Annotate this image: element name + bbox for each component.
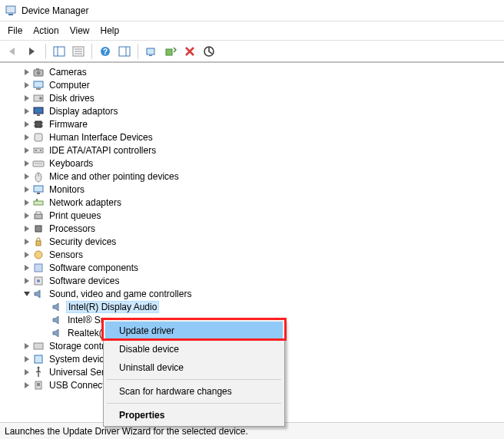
context-menu-item[interactable]: Scan for hardware changes [105,382,283,401]
tree-item-label: Software devices [48,276,121,286]
svg-rect-23 [34,107,43,114]
expand-icon[interactable] [22,67,32,78]
collapse-icon[interactable] [22,289,32,299]
mouse-icon [32,170,45,183]
expand-icon[interactable] [22,223,32,234]
expand-icon[interactable] [22,367,32,378]
svg-rect-50 [34,343,43,349]
tree-item-cat-3[interactable]: Display adaptors [3,104,504,117]
uninstall-button[interactable] [181,43,198,60]
storage-icon [32,340,45,352]
tree-item-cat-14[interactable]: Sensors [3,248,504,261]
tree-item-cat-12[interactable]: Processors [3,222,504,235]
context-menu-item[interactable]: Update driver [105,322,283,340]
svg-point-46 [35,251,42,259]
expand-icon[interactable] [22,184,32,195]
ide-icon [32,144,45,157]
menu-action[interactable]: Action [33,25,58,36]
context-menu-item[interactable]: Disable device [105,340,283,358]
tree-item-cat-9[interactable]: Monitors [3,183,504,196]
expand-icon[interactable] [22,145,32,156]
menu-help[interactable]: Help [101,25,120,36]
context-menu-item[interactable]: Uninstall device [105,358,283,377]
tree-item-cat-16[interactable]: Software devices [3,274,504,287]
tree-item-cat-5[interactable]: Human Interface Devices [3,130,504,144]
expand-icon[interactable] [22,276,32,286]
expand-icon[interactable] [22,210,32,221]
tree-item-label: USB Connecto [48,380,111,391]
tree-item-cat-2[interactable]: Disk drives [3,91,504,104]
tree-item-cat-10[interactable]: Network adapters [3,196,504,209]
expander-spacer [40,315,51,325]
tree-item-label: Sensors [48,249,85,260]
svg-rect-20 [36,88,41,90]
softdev-icon [32,275,45,287]
tree-item-cat-0[interactable]: Cameras [3,65,504,78]
expand-icon[interactable] [22,354,32,365]
svg-rect-14 [166,49,172,55]
app-icon [5,5,17,17]
svg-rect-38 [34,186,43,192]
context-menu-separator [107,379,281,380]
scan-hardware-button[interactable] [143,43,160,60]
expand-icon[interactable] [22,262,32,273]
forward-button[interactable] [24,43,41,60]
titlebar: Device Manager [0,0,504,21]
chip-icon [32,118,45,130]
tree-item-sound-child-0[interactable]: Intel(R) Display Audio [3,300,504,313]
tree-item-sound-category[interactable]: Sound, video and game controllers [3,287,504,300]
tree-item-cat-11[interactable]: Print queues [3,209,504,222]
expand-icon[interactable] [22,93,32,104]
tree-item-label: Print queues [48,210,102,221]
update-driver-button[interactable] [162,43,179,60]
tree-item-label: Disk drives [48,93,96,104]
context-menu-separator [107,403,281,404]
tree-item-cat-8[interactable]: Mice and other pointing devices [3,170,504,183]
tree-item-cat-1[interactable]: Computer [3,78,504,91]
expand-icon[interactable] [22,197,32,208]
tree-item-cat-7[interactable]: Keyboards [3,157,504,170]
toolbar-separator [91,44,92,59]
context-menu-item[interactable]: Properties [105,406,283,424]
tree-item-cat-13[interactable]: Security devices [3,235,504,248]
tree-item-cat-6[interactable]: IDE ATA/ATAPI controllers [3,144,504,157]
security-icon [32,236,45,248]
expand-icon[interactable] [22,132,32,143]
expand-icon[interactable] [22,106,32,117]
expander-spacer [40,328,51,338]
hid-icon [32,131,45,144]
toolbar: ? [0,40,504,63]
expand-icon[interactable] [22,158,32,169]
svg-rect-13 [149,55,152,56]
svg-rect-41 [36,199,38,201]
tree-item-label: IDE ATA/ATAPI controllers [48,145,158,156]
properties-button[interactable] [70,43,87,60]
sound-icon [51,314,63,326]
tree-item-cat-4[interactable]: Firmware [3,117,504,130]
menu-file[interactable]: File [8,25,22,36]
tree-item-cat-15[interactable]: Software components [3,261,504,274]
disable-button[interactable] [201,43,217,60]
window-title: Device Manager [22,5,88,16]
tree-item-label: Universal Seri [48,367,108,378]
svg-rect-18 [36,68,39,70]
tree-item-label: Monitors [48,184,86,195]
help-button[interactable]: ? [97,43,114,60]
svg-rect-42 [35,214,42,219]
svg-rect-24 [37,114,40,116]
expand-icon[interactable] [22,236,32,247]
expand-icon[interactable] [22,380,32,391]
component-icon [32,262,45,274]
expand-icon[interactable] [22,341,32,352]
expand-icon[interactable] [22,249,32,260]
show-hide-tree-button[interactable] [51,43,68,60]
action-pane-button[interactable] [116,43,133,60]
svg-point-22 [39,97,42,100]
menu-view[interactable]: View [70,25,90,36]
back-button[interactable] [5,43,22,60]
expand-icon[interactable] [22,171,32,182]
tree-item-label: Cameras [48,67,88,78]
expand-icon[interactable] [22,80,32,91]
expand-icon[interactable] [22,119,32,130]
tree-item-label: Human Interface Devices [48,132,154,143]
